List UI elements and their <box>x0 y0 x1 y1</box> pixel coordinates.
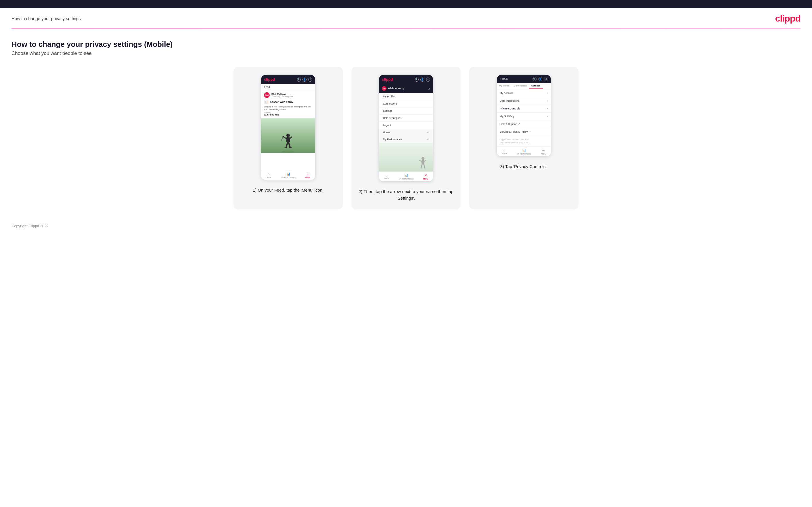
feed-user-row: BM Blair McHarg Yesterday · Sunningdale <box>264 92 312 98</box>
phone-3-top-icons: ‹ Back <box>500 77 508 80</box>
tab3-menu-label: Menu <box>541 153 546 155</box>
tab3-menu: ☰ Menu <box>541 149 546 155</box>
tab2-home-label: Home <box>384 177 389 179</box>
svg-line-7 <box>289 143 290 148</box>
page-heading: How to change your privacy settings (Mob… <box>11 40 801 49</box>
phone-2-icons: 🔍 👤 ⚙ <box>415 77 430 81</box>
feed-post: BM Blair McHarg Yesterday · Sunningdale … <box>261 90 315 118</box>
main-content: How to change your privacy settings (Mob… <box>0 29 812 218</box>
phone-1-topbar: clippd 🔍 👤 ⚙ <box>261 75 315 84</box>
tab3-performance: 📊 My Performance <box>517 149 531 155</box>
dropdown-user-info: BM Blair McHarg <box>382 86 404 91</box>
version-info: Clippd Client Version: 2022.8.3-3 GQL Se… <box>497 136 551 147</box>
top-bar <box>0 0 812 8</box>
svg-line-4 <box>290 137 292 138</box>
home-icon: ⌂ <box>268 172 270 175</box>
phone-3-right-icons: 🔍 👤 ⚙ <box>532 77 548 81</box>
feed-user-info: Blair McHarg Yesterday · Sunningdale <box>271 93 293 97</box>
golf-image <box>261 118 315 153</box>
settings-icon-3: ⚙ <box>544 77 548 81</box>
tab-performance-label: My Performance <box>281 176 296 178</box>
tab-home: ⌂ Home <box>266 172 271 178</box>
search-icon-2: 🔍 <box>415 77 419 81</box>
golfer-illustration <box>280 130 297 153</box>
svg-line-15 <box>424 164 425 168</box>
settings-data-integrations: Data Integrations › <box>497 97 551 105</box>
tab-menu-label: Menu <box>305 176 310 178</box>
performance-icon-2: 📊 <box>404 173 408 177</box>
nav-home-label: Home <box>383 131 390 134</box>
nav-home-chevron: ∨ <box>427 131 429 134</box>
duration-value: 01 hr : 30 min <box>264 113 312 116</box>
svg-rect-8 <box>285 147 287 149</box>
settings-icon: ⚙ <box>308 77 312 81</box>
step-2-description: 2) Then, tap the arrow next to your name… <box>357 188 455 202</box>
feed-label: Feed <box>261 84 315 90</box>
feed-lesson-row: 📋 Lesson with Fordy <box>264 100 312 104</box>
nav-performance: My Performance ∨ <box>379 136 433 143</box>
header: How to change your privacy settings clip… <box>0 8 812 28</box>
user-icon-3: 👤 <box>538 77 542 81</box>
dropdown-user-header: BM Blair McHarg ∧ <box>379 84 433 93</box>
tab3-home-label: Home <box>502 153 507 155</box>
svg-line-14 <box>421 164 422 168</box>
tab-performance: 📊 My Performance <box>281 172 296 178</box>
step-2-phone: clippd 🔍 👤 ⚙ BM Blair McHarg ∧ <box>379 75 433 181</box>
menu-icon: ☰ <box>306 172 309 176</box>
lesson-title: Lesson with Fordy <box>270 101 293 103</box>
nav-performance-label: My Performance <box>383 138 402 141</box>
tab2-menu-close: ✕ Menu <box>423 173 428 180</box>
menu-connections: Connections <box>379 100 433 107</box>
phone-1-icons: 🔍 👤 ⚙ <box>297 77 312 81</box>
svg-line-5 <box>282 136 283 140</box>
step-2-card: clippd 🔍 👤 ⚙ BM Blair McHarg ∧ <box>351 67 461 210</box>
tab-menu: ☰ Menu <box>305 172 310 178</box>
settings-help-support: Help & Support ↗ <box>497 120 551 128</box>
settings-back-bar: ‹ Back 🔍 👤 ⚙ <box>497 75 551 83</box>
user-icon-2: 👤 <box>420 77 424 81</box>
step-1-description: 1) On your Feed, tap the 'Menu' icon. <box>253 187 324 193</box>
settings-tabs: My Profile Connections Settings <box>497 83 551 89</box>
footer: Copyright Clippd 2022 <box>0 218 812 234</box>
nav-performance-chevron: ∨ <box>427 138 429 141</box>
dropdown-username: Blair McHarg <box>388 87 404 90</box>
phone-1-tabbar: ⌂ Home 📊 My Performance ☰ Menu <box>261 170 315 180</box>
tab2-performance-label: My Performance <box>399 178 413 180</box>
menu-help-support: Help & Support <box>379 115 433 122</box>
settings-service-privacy: Service & Privacy Policy ↗ <box>497 128 551 136</box>
my-account-label: My Account <box>500 92 513 95</box>
svg-line-6 <box>286 143 288 148</box>
service-privacy-label: Service & Privacy Policy ↗ <box>500 130 531 133</box>
search-icon-3: 🔍 <box>532 77 537 81</box>
phone-3-tabbar: ⌂ Home 📊 My Performance ☰ Menu <box>497 147 551 156</box>
avatar: BM <box>264 92 270 98</box>
svg-rect-9 <box>289 147 292 149</box>
step-3-phone: ‹ Back 🔍 👤 ⚙ My Profile Connections Sett… <box>497 75 551 157</box>
feed-username: Blair McHarg <box>271 93 293 95</box>
svg-point-1 <box>287 134 290 137</box>
search-icon: 🔍 <box>297 77 301 81</box>
lesson-icon: 📋 <box>264 100 268 104</box>
data-integrations-chevron: › <box>547 99 548 102</box>
step-1-phone: clippd 🔍 👤 ⚙ Feed BM Blair McHarg <box>261 75 315 180</box>
page-subheading: Choose what you want people to see <box>11 51 801 56</box>
phone-1-logo: clippd <box>264 77 275 81</box>
steps-container: clippd 🔍 👤 ⚙ Feed BM Blair McHarg <box>11 67 801 210</box>
svg-point-10 <box>421 157 424 160</box>
menu-settings: Settings <box>379 107 433 115</box>
feed-date: Yesterday · Sunningdale <box>271 95 293 97</box>
golf-bag-label: My Golf Bag <box>500 115 514 118</box>
tab-my-profile: My Profile <box>497 83 512 89</box>
phone-3-content: My Account › Data Integrations › Privacy… <box>497 89 551 147</box>
svg-rect-11 <box>421 160 424 164</box>
logo: clippd <box>775 13 801 24</box>
tab-settings-active: Settings <box>529 83 543 89</box>
settings-icon-2: ⚙ <box>426 77 430 81</box>
golf-bag-chevron: › <box>547 115 548 118</box>
phone-2-logo: clippd <box>382 77 393 81</box>
back-label: Back <box>502 77 508 80</box>
phone-2-content: My Profile Connections Settings Help & S… <box>379 93 433 171</box>
version-client: Clippd Client Version: 2022.8.3-3 <box>500 138 548 141</box>
lesson-desc: Looking to feel like my hands are exitin… <box>264 105 312 111</box>
step-3-card: ‹ Back 🔍 👤 ⚙ My Profile Connections Sett… <box>469 67 578 210</box>
